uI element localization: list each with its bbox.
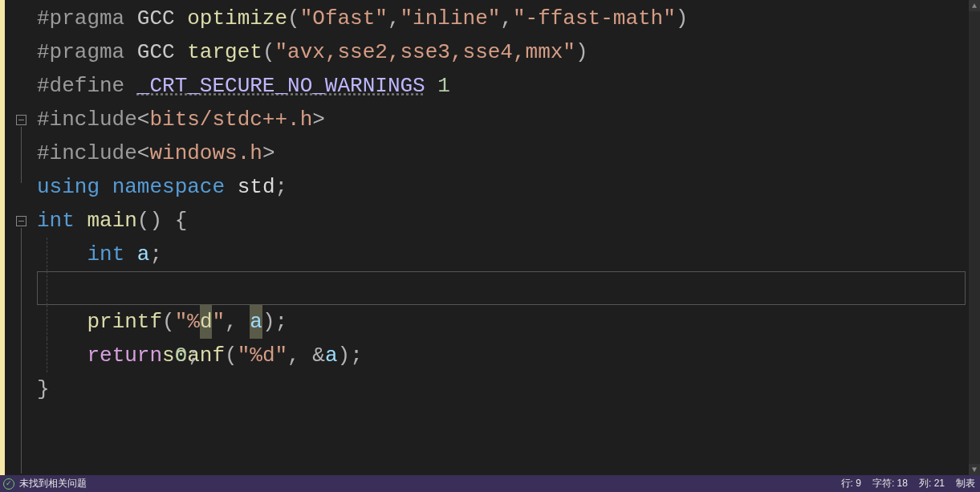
tok-header: bits/stdc++.h xyxy=(149,108,312,132)
tok-space xyxy=(225,175,238,199)
fold-toggle-icon[interactable] xyxy=(16,115,26,125)
tok-directive: pragma xyxy=(50,40,125,64)
code-area[interactable]: #pragma GCC optimize("Ofast","inline","-… xyxy=(35,0,980,475)
tok-indent xyxy=(37,310,87,334)
tok-hash: # xyxy=(37,108,50,132)
tok-header: windows.h xyxy=(149,141,262,165)
tok-func: optimize xyxy=(187,6,287,30)
tok-space xyxy=(75,209,87,233)
tok-paren: ( xyxy=(262,40,275,64)
fold-guide xyxy=(21,127,22,183)
scroll-down-icon[interactable]: ▼ xyxy=(969,464,980,475)
tok-semi: ; xyxy=(274,175,287,199)
tok-keyword: return xyxy=(87,344,162,368)
tok-angle: < xyxy=(137,141,150,165)
current-line-highlight xyxy=(37,271,966,305)
tok-brace: } xyxy=(37,377,50,401)
tok-paren: ) xyxy=(676,6,689,30)
match-highlight: a xyxy=(250,305,262,339)
code-editor[interactable]: #pragma GCC optimize("Ofast","inline","-… xyxy=(0,0,980,475)
code-line[interactable]: #pragma GCC optimize("Ofast","inline","-… xyxy=(35,2,980,35)
status-char[interactable]: 字符: 18 xyxy=(872,477,908,490)
code-line[interactable]: #include<bits/stdc++.h> xyxy=(35,103,980,136)
vertical-scrollbar[interactable]: ▲ ▼ xyxy=(969,0,980,475)
tok-ident: a xyxy=(137,242,150,266)
indent-guide xyxy=(47,339,47,372)
code-line[interactable]: #define _CRT_SECURE_NO_WARNINGS 1 xyxy=(35,69,980,103)
tok-paren: ( xyxy=(162,310,175,334)
code-line[interactable]: return 0; xyxy=(35,339,980,372)
code-line[interactable]: int a; xyxy=(35,238,980,271)
tok-directive: pragma xyxy=(50,6,125,30)
check-icon: ✓ xyxy=(3,478,14,490)
tok-keyword: int xyxy=(37,209,75,233)
tok-func: target xyxy=(187,40,262,64)
tok-space xyxy=(425,74,438,98)
status-issues[interactable]: 未找到相关问题 xyxy=(19,477,87,490)
status-line[interactable]: 行: 9 xyxy=(841,477,861,490)
tok-indent xyxy=(37,242,87,266)
tok-semi: ; xyxy=(187,344,200,368)
tok-keyword: using xyxy=(37,175,100,199)
match-highlight: d xyxy=(200,305,213,339)
tok-directive: include xyxy=(50,108,137,132)
status-bar: ✓ 未找到相关问题 行: 9 字符: 18 列: 21 制表 xyxy=(0,475,980,492)
tok-space xyxy=(100,175,112,199)
tok-angle: > xyxy=(312,108,325,132)
indent-guide xyxy=(47,238,47,271)
tok-angle: < xyxy=(137,108,150,132)
tok-comma: , xyxy=(225,310,238,334)
tok-paren: ) xyxy=(575,40,588,64)
tok-func: printf xyxy=(87,310,162,334)
code-line[interactable]: printf("%d", a); xyxy=(35,305,980,339)
tok-comma: , xyxy=(500,6,513,30)
tok-semi: ; xyxy=(275,310,288,334)
status-tab[interactable]: 制表 xyxy=(956,477,975,490)
tok-string: " xyxy=(175,310,188,334)
tok-space xyxy=(238,310,250,334)
tok-keyword: int xyxy=(87,242,124,266)
tok-space xyxy=(162,209,175,233)
code-line[interactable]: int main() { xyxy=(35,204,980,238)
tok-hash: # xyxy=(37,6,50,30)
tok-gcc: GCC xyxy=(124,40,187,64)
code-line-current[interactable]: scanf("%d", &a); xyxy=(35,271,980,305)
tok-hash: # xyxy=(37,141,50,165)
tok-string: "Ofast" xyxy=(300,6,388,30)
tok-paren: ( xyxy=(287,6,300,30)
indent-guide xyxy=(47,305,47,339)
tok-angle: > xyxy=(262,141,275,165)
code-line[interactable]: #pragma GCC target("avx,sse2,sse3,sse4,m… xyxy=(35,35,980,69)
scroll-up-icon[interactable]: ▲ xyxy=(969,0,980,11)
tok-indent xyxy=(37,344,87,368)
fold-toggle-icon[interactable] xyxy=(16,216,26,226)
tok-semi: ; xyxy=(149,242,162,266)
code-line[interactable]: } xyxy=(35,372,980,406)
tok-paren: ) xyxy=(262,310,275,334)
tok-hash: # xyxy=(37,74,50,98)
tok-string: "inline" xyxy=(401,6,501,30)
tok-number: 1 xyxy=(437,74,450,98)
tok-comma: , xyxy=(388,6,401,30)
tok-gcc: GCC xyxy=(124,6,187,30)
tok-string: % xyxy=(187,310,200,334)
tok-paren: () xyxy=(137,209,162,233)
tok-string: "-ffast-math" xyxy=(513,6,676,30)
tok-space xyxy=(124,242,137,266)
code-line[interactable]: using namespace std; xyxy=(35,170,980,204)
tok-func: main xyxy=(87,209,136,233)
tok-hash: # xyxy=(37,40,50,64)
tok-string: "avx,sse2,sse3,sse4,mmx" xyxy=(274,40,575,64)
fold-gutter[interactable] xyxy=(5,0,35,475)
tok-directive: include xyxy=(50,141,137,165)
tok-directive: define xyxy=(50,74,137,98)
tok-macro: _CRT_SECURE_NO_WARNINGS xyxy=(137,74,425,98)
code-line[interactable]: #include<windows.h> xyxy=(35,136,980,170)
tok-number: 0 xyxy=(175,344,188,368)
tok-ident: std xyxy=(238,175,275,199)
tok-string: " xyxy=(212,310,225,334)
tok-brace: { xyxy=(175,209,188,233)
fold-guide xyxy=(21,228,22,474)
indent-guide xyxy=(47,271,47,305)
status-col[interactable]: 列: 21 xyxy=(919,477,945,490)
